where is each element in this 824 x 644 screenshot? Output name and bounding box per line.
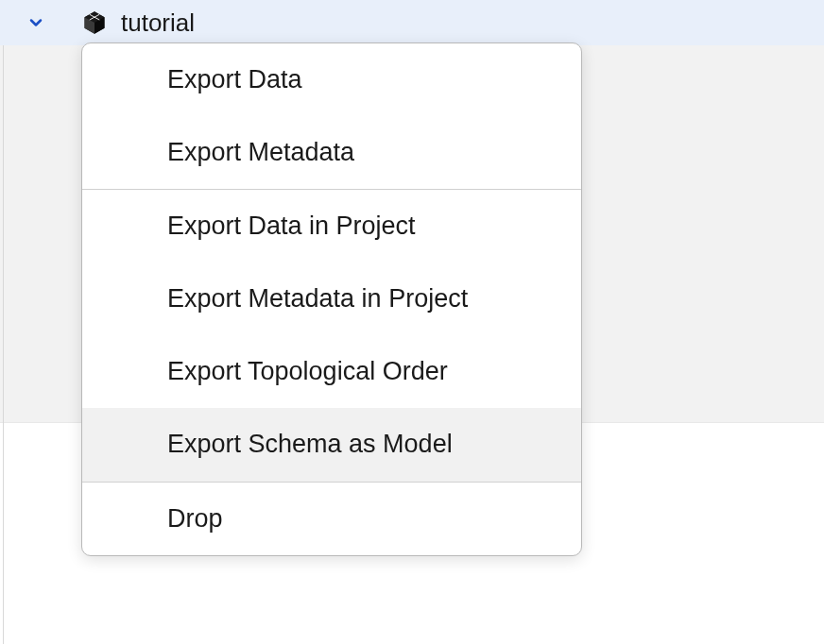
menu-item[interactable]: Drop <box>82 483 581 555</box>
menu-item[interactable]: Export Schema as Model <box>82 408 581 481</box>
chevron-down-icon[interactable] <box>26 13 45 32</box>
tree-node-header[interactable]: tutorial <box>0 0 824 45</box>
cube-icon <box>81 9 108 36</box>
menu-item[interactable]: Export Metadata in Project <box>82 263 581 335</box>
menu-item[interactable]: Export Data in Project <box>82 190 581 263</box>
menu-item[interactable]: Export Topological Order <box>82 335 581 408</box>
menu-item[interactable]: Export Metadata <box>82 116 581 189</box>
sidebar-divider <box>3 45 4 644</box>
node-title: tutorial <box>121 8 195 38</box>
context-menu: Export DataExport MetadataExport Data in… <box>81 42 582 556</box>
menu-item[interactable]: Export Data <box>82 43 581 116</box>
